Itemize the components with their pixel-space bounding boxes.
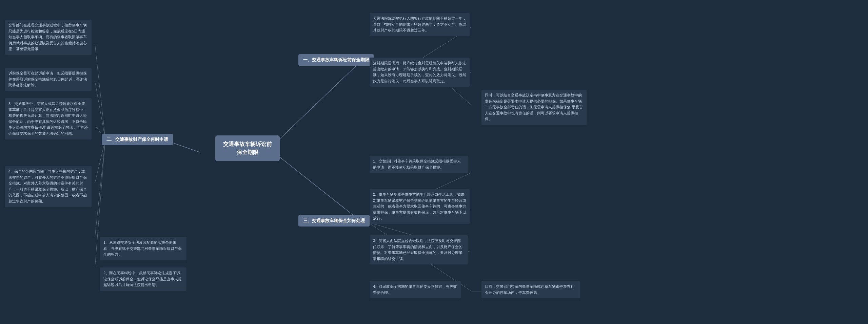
textblock-7: 4、保全的范围应当限于当事人争执的财产，或者被告的财产，对案外人的财产不得采取财… — [5, 166, 92, 207]
svg-line-6 — [95, 44, 105, 137]
svg-line-10 — [95, 142, 105, 237]
svg-line-9 — [95, 141, 105, 183]
branch-node-3: 三、交通事故车辆保全如何处理 — [298, 215, 370, 226]
branch-1-label: 一、交通事故车辆诉讼前保全期限 — [303, 57, 369, 62]
branch-3-label: 三、交通事故车辆保全如何处理 — [303, 218, 365, 223]
textblock-2: 查封期限届满后，财产续行查封需经相关申请执行人依法提出续封的申请，才能够加以执行… — [370, 58, 470, 87]
svg-line-2 — [278, 156, 359, 220]
textblock-9: 2、而在民事纠纷中，虽然民事诉讼法规定了诉讼保全或诉前保全，但诉讼保全只能是当事… — [100, 267, 186, 291]
textblock-6: 3、交通事故中，受害人或其近亲属要求保全肇事车辆，往往是受害人正在抢救或治疗过程… — [5, 98, 92, 139]
branch-node-2: 二、交通事故财产保全何时申请 — [102, 134, 173, 145]
svg-line-7 — [95, 81, 105, 138]
textblock-8: 1、从道路交通安全法及其配套的实施条例来看，并没有赋予交警部门对肇事车辆采取财产… — [100, 237, 186, 260]
center-node-label: 交通事故车辆诉讼前保全期限 — [223, 141, 272, 155]
branch-2-label: 二、交通事故财产保全何时申请 — [106, 137, 168, 142]
textblock-12: 3、受害人向法院提起诉讼以后，法院应及时与交警部门联系，了解肇事车辆的情况和去向… — [370, 235, 468, 264]
textblock-11: 2、肇事车辆毕竟是肇事方的生产经营或生活工具，如果对肇事车辆采取财产保全措施会影… — [370, 189, 470, 224]
center-node: 交通事故车辆诉讼前保全期限 — [215, 135, 280, 161]
textblock-5: 诉前保全是可在起诉前申请，但必须要提供担保并在采取诉前保全措施后的15日内起诉，… — [5, 68, 92, 91]
mindmap-canvas: 交通事故车辆诉讼前保全期限 一、交通事故车辆诉讼前保全期限 二、交通事故财产保全… — [0, 0, 868, 324]
svg-line-0 — [278, 63, 359, 141]
textblock-3: 同时，可以结合交通事故认定书中肇事双方在交通事故中的责任来确定是否要求申请人提供… — [481, 90, 587, 125]
textblock-4: 交警部门在处理交通事故过程中，扣留肇事车辆只能是为进行检验和鉴定，完成后应在5日… — [5, 20, 92, 55]
textblock-1: 人民法院冻结被执行人的银行存款的期限不得超过一年，查封、扣押动产的期限不得超过两… — [370, 13, 470, 36]
textblock-13: 4、对采取保全措施的肇事车辆要妥善保管，有关收费要合理。 — [370, 281, 461, 298]
branch-node-1: 一、交通事故车辆诉讼前保全期限 — [298, 54, 374, 66]
textblock-10: 1、交警部门对肇事车辆采取保全措施必须根据受害人的申请，而不能依职权采取财产保全… — [370, 156, 468, 173]
textblock-14: 目前，交警部门扣留的肇事车辆或违章车辆都停放在社会开办的停车场内，停车费较高， — [481, 281, 580, 298]
